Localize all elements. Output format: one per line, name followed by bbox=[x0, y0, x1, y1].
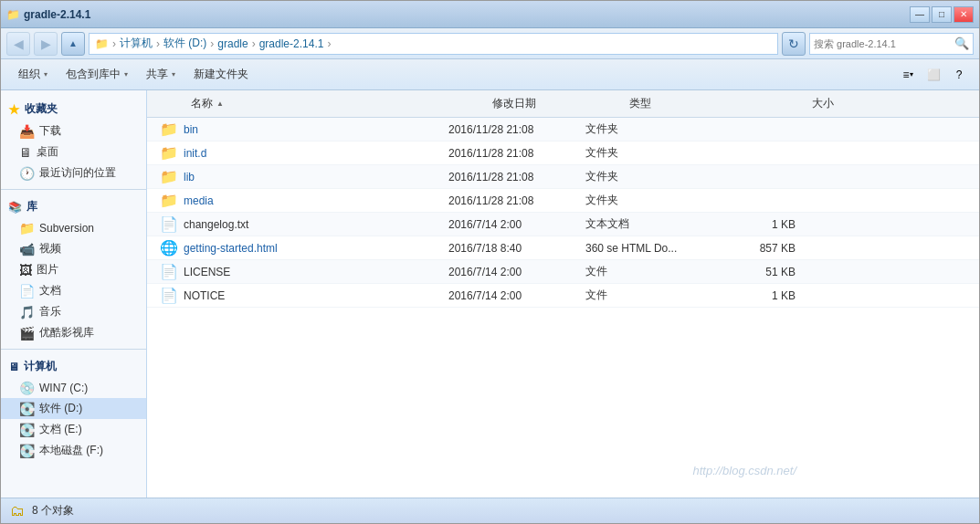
file-date: 2016/7/18 8:40 bbox=[448, 242, 585, 255]
file-name: changelog.txt bbox=[184, 218, 448, 231]
file-name: lib bbox=[184, 171, 448, 183]
sidebar-item-pictures[interactable]: 🖼 图片 bbox=[1, 259, 146, 280]
plain-file-icon: 📄 bbox=[147, 263, 184, 280]
f-drive-icon: 💽 bbox=[19, 444, 35, 458]
file-explorer-window: 📁 gradle-2.14.1 — □ ✕ ◀ ▶ ▲ 📁 › 计算机 › 软件… bbox=[0, 0, 980, 524]
c-drive-icon: 💿 bbox=[19, 381, 35, 395]
breadcrumb-icon: 📁 bbox=[95, 37, 109, 50]
col-header-type[interactable]: 类型 bbox=[622, 94, 768, 113]
documents-icon: 📄 bbox=[19, 284, 35, 299]
folder-icon: 📁 bbox=[147, 121, 184, 138]
file-type: 文件 bbox=[585, 288, 732, 303]
recent-icon: 🕐 bbox=[19, 166, 35, 181]
main-content: ★ 收藏夹 📥 下载 🖥 桌面 🕐 最近访问的位置 📚 库 bbox=[1, 90, 979, 498]
library-label: 库 bbox=[26, 199, 37, 215]
file-type: 360 se HTML Do... bbox=[585, 242, 732, 255]
table-row[interactable]: 📁 init.d 2016/11/28 21:08 文件夹 bbox=[147, 141, 979, 165]
file-date: 2016/11/28 21:08 bbox=[448, 171, 585, 183]
computer-icon: 🖥 bbox=[8, 361, 19, 373]
help-button[interactable]: ? bbox=[948, 64, 970, 86]
music-icon: 🎵 bbox=[19, 305, 35, 320]
sidebar-item-youku[interactable]: 🎬 优酷影视库 bbox=[1, 322, 146, 343]
d-drive-icon: 💽 bbox=[19, 402, 35, 416]
refresh-button[interactable]: ↻ bbox=[782, 32, 806, 56]
col-header-size[interactable]: 大小 bbox=[768, 94, 841, 113]
folder-icon: 📁 bbox=[147, 192, 184, 209]
file-name: media bbox=[184, 194, 448, 207]
share-button[interactable]: 共享 ▾ bbox=[138, 63, 184, 86]
table-row[interactable]: 🌐 getting-started.html 2016/7/18 8:40 36… bbox=[147, 236, 979, 260]
details-pane-button[interactable]: ⬜ bbox=[922, 64, 944, 86]
star-icon: ★ bbox=[8, 102, 20, 117]
file-name: init.d bbox=[184, 147, 448, 160]
sidebar-item-f-drive[interactable]: 💽 本地磁盘 (F:) bbox=[1, 440, 146, 461]
file-date: 2016/11/28 21:08 bbox=[448, 147, 585, 160]
title-controls: — □ ✕ bbox=[910, 6, 974, 23]
sidebar-item-subversion[interactable]: 📁 Subversion bbox=[1, 218, 146, 238]
title-bar-left: 📁 gradle-2.14.1 bbox=[6, 8, 90, 21]
sidebar-item-recent[interactable]: 🕐 最近访问的位置 bbox=[1, 162, 146, 183]
col-header-name[interactable]: 名称 ▲ bbox=[184, 94, 485, 113]
file-date: 2016/11/28 21:08 bbox=[448, 123, 585, 136]
table-row[interactable]: 📁 media 2016/11/28 21:08 文件夹 bbox=[147, 189, 979, 213]
organize-arrow: ▾ bbox=[44, 70, 47, 79]
table-row[interactable]: 📄 NOTICE 2016/7/14 2:00 文件 1 KB bbox=[147, 284, 979, 308]
file-size: 51 KB bbox=[732, 266, 805, 278]
sidebar-item-c-drive[interactable]: 💿 WIN7 (C:) bbox=[1, 378, 146, 398]
share-arrow: ▾ bbox=[172, 70, 175, 79]
sidebar-item-documents[interactable]: 📄 文档 bbox=[1, 280, 146, 301]
sidebar-item-e-drive[interactable]: 💽 文档 (E:) bbox=[1, 419, 146, 440]
sidebar-item-download[interactable]: 📥 下载 bbox=[1, 121, 146, 141]
breadcrumb-computer[interactable]: 计算机 bbox=[120, 36, 153, 51]
new-folder-button[interactable]: 新建文件夹 bbox=[185, 63, 257, 86]
file-date: 2016/7/14 2:00 bbox=[448, 266, 585, 278]
breadcrumb-gradle-version[interactable]: gradle-2.14.1 bbox=[259, 37, 324, 50]
library-arrow: ▾ bbox=[124, 70, 128, 79]
sidebar-item-desktop[interactable]: 🖥 桌面 bbox=[1, 141, 146, 162]
sidebar-item-music[interactable]: 🎵 音乐 bbox=[1, 301, 146, 322]
status-bar: 🗂 8 个对象 bbox=[1, 498, 979, 523]
file-type: 文件夹 bbox=[585, 193, 732, 208]
library-section[interactable]: 📚 库 bbox=[1, 195, 146, 218]
close-button[interactable]: ✕ bbox=[954, 6, 974, 23]
breadcrumb-drive[interactable]: 软件 (D:) bbox=[163, 36, 206, 51]
sidebar-item-video[interactable]: 📹 视频 bbox=[1, 238, 146, 259]
favorites-section[interactable]: ★ 收藏夹 bbox=[1, 98, 146, 121]
e-drive-icon: 💽 bbox=[19, 423, 35, 437]
breadcrumb: 📁 › 计算机 › 软件 (D:) › gradle › gradle-2.14… bbox=[89, 33, 778, 55]
column-headers: 名称 ▲ 修改日期 类型 大小 bbox=[147, 90, 979, 118]
title-bar: 📁 gradle-2.14.1 — □ ✕ bbox=[1, 1, 979, 28]
plain-file-icon: 📄 bbox=[147, 287, 184, 304]
search-icon[interactable]: 🔍 bbox=[954, 37, 969, 50]
maximize-button[interactable]: □ bbox=[932, 6, 952, 23]
file-name: NOTICE bbox=[184, 289, 448, 302]
file-name: bin bbox=[184, 123, 448, 136]
favorites-label: 收藏夹 bbox=[25, 101, 58, 117]
toolbar-right: ≡ ▾ ⬜ ? bbox=[897, 64, 970, 86]
table-row[interactable]: 📄 LICENSE 2016/7/14 2:00 文件 51 KB bbox=[147, 260, 979, 284]
minimize-button[interactable]: — bbox=[910, 6, 930, 23]
include-library-button[interactable]: 包含到库中 ▾ bbox=[58, 63, 136, 86]
forward-button[interactable]: ▶ bbox=[34, 32, 58, 56]
toolbar: 组织 ▾ 包含到库中 ▾ 共享 ▾ 新建文件夹 ≡ ▾ ⬜ ? bbox=[1, 59, 979, 90]
back-button[interactable]: ◀ bbox=[6, 32, 30, 56]
subversion-icon: 📁 bbox=[19, 221, 35, 236]
organize-button[interactable]: 组织 ▾ bbox=[10, 63, 56, 86]
search-box[interactable]: 🔍 bbox=[809, 33, 974, 55]
download-icon: 📥 bbox=[19, 124, 35, 139]
search-input[interactable] bbox=[814, 38, 951, 49]
col-header-date[interactable]: 修改日期 bbox=[485, 94, 622, 113]
table-row[interactable]: 📄 changelog.txt 2016/7/14 2:00 文本文档 1 KB bbox=[147, 213, 979, 236]
view-options-button[interactable]: ≡ ▾ bbox=[897, 64, 919, 86]
status-count: 8 个对象 bbox=[32, 503, 74, 519]
breadcrumb-gradle[interactable]: gradle bbox=[217, 37, 248, 50]
address-bar-area: ◀ ▶ ▲ 📁 › 计算机 › 软件 (D:) › gradle › gradl… bbox=[1, 28, 979, 59]
table-row[interactable]: 📁 lib 2016/11/28 21:08 文件夹 bbox=[147, 165, 979, 189]
table-row[interactable]: 📁 bin 2016/11/28 21:08 文件夹 bbox=[147, 118, 979, 141]
folder-icon: 📁 bbox=[147, 168, 184, 185]
up-button[interactable]: ▲ bbox=[61, 32, 85, 56]
window-icon: 📁 bbox=[6, 8, 20, 21]
computer-section[interactable]: 🖥 计算机 bbox=[1, 355, 146, 378]
file-type: 文件夹 bbox=[585, 169, 732, 184]
sidebar-item-d-drive[interactable]: 💽 软件 (D:) bbox=[1, 398, 146, 419]
